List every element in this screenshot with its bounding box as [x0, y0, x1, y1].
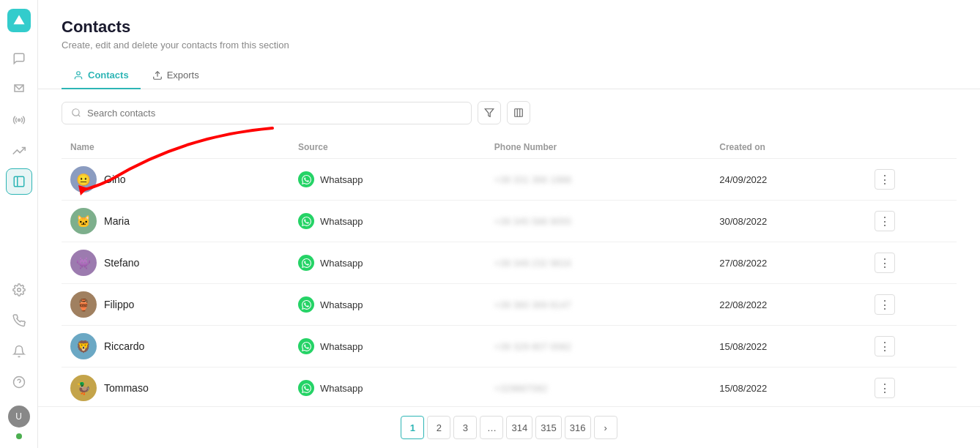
page-btn-3[interactable]: 3 — [453, 416, 477, 439]
contact-phone-cell: +329887082 — [486, 367, 710, 407]
contact-avatar: 👾 — [70, 250, 97, 276]
contact-actions-cell: ⋮ — [866, 326, 957, 367]
columns-button[interactable] — [507, 101, 530, 124]
sidebar-item-notifications[interactable] — [6, 338, 32, 365]
pagination: 123…314315316› — [38, 406, 980, 448]
created-date: 15/08/2022 — [719, 383, 767, 394]
contact-name: Stefano — [104, 257, 139, 269]
created-date: 22/08/2022 — [719, 299, 767, 310]
source-label: Whatsapp — [320, 341, 363, 352]
col-created: Created on — [710, 136, 866, 159]
page-btn-1[interactable]: 1 — [401, 416, 424, 439]
main-content: Contacts Create, edit and delete your co… — [38, 0, 980, 448]
whatsapp-source-icon — [298, 213, 314, 229]
tab-contacts-label: Contacts — [88, 70, 129, 81]
contact-name: Riccardo — [104, 340, 144, 352]
whatsapp-source-icon — [298, 338, 314, 354]
search-icon — [71, 108, 81, 118]
search-input[interactable] — [87, 108, 462, 119]
row-actions-button[interactable]: ⋮ — [875, 378, 895, 398]
created-date: 24/09/2022 — [719, 174, 767, 185]
row-actions-button[interactable]: ⋮ — [875, 294, 895, 315]
tab-exports[interactable]: Exports — [141, 62, 211, 89]
svg-point-8 — [73, 109, 79, 116]
table-row: 🦁 Riccardo Whatsapp +39 329 807 0082 15/… — [62, 326, 957, 367]
col-actions — [866, 136, 957, 159]
source-label: Whatsapp — [320, 174, 363, 185]
contact-actions-cell: ⋮ — [866, 201, 957, 242]
page-btn-2[interactable]: 2 — [427, 416, 450, 439]
contact-name-cell: 🐱 Maria — [62, 201, 289, 242]
columns-icon — [513, 108, 524, 118]
contact-phone-cell: +39 345 588 9055 — [486, 201, 710, 242]
contact-created-cell: 30/08/2022 — [710, 201, 866, 242]
contact-source-cell: Whatsapp — [289, 284, 486, 326]
contact-source-cell: Whatsapp — [289, 367, 486, 407]
whatsapp-source-icon — [298, 380, 314, 396]
contact-avatar: 🦁 — [70, 333, 97, 359]
tabs: Contacts Exports — [38, 62, 980, 89]
source-label: Whatsapp — [320, 216, 363, 227]
source-label: Whatsapp — [320, 383, 363, 394]
online-indicator — [16, 433, 22, 439]
app-logo[interactable] — [7, 9, 31, 32]
filter-icon — [484, 108, 494, 118]
phone-number: +39 345 588 9055 — [494, 216, 571, 227]
export-icon — [152, 70, 163, 81]
filter-button[interactable] — [478, 101, 501, 124]
svg-marker-10 — [485, 109, 494, 117]
svg-rect-11 — [515, 109, 523, 117]
row-actions-button[interactable]: ⋮ — [875, 336, 895, 356]
sidebar-item-chat[interactable] — [6, 45, 32, 72]
row-actions-button[interactable]: ⋮ — [875, 211, 895, 231]
contact-phone-cell: +39 349 232 9816 — [486, 242, 710, 284]
contact-created-cell: 24/09/2022 — [710, 159, 866, 201]
sidebar-item-broadcast[interactable] — [6, 107, 32, 133]
contact-name-cell: 🦆 Tommaso — [62, 367, 289, 407]
contact-actions-cell: ⋮ — [866, 159, 957, 201]
whatsapp-source-icon — [298, 255, 314, 271]
page-btn-…[interactable]: … — [480, 416, 503, 439]
sidebar-item-settings[interactable] — [6, 277, 32, 303]
contact-actions-cell: ⋮ — [866, 284, 957, 326]
pagination-next-button[interactable]: › — [594, 416, 617, 439]
svg-point-0 — [18, 119, 20, 122]
svg-rect-1 — [14, 176, 24, 187]
contact-name-cell: 👾 Stefano — [62, 242, 289, 284]
sidebar-item-analytics[interactable] — [6, 138, 32, 164]
page-btn-315[interactable]: 315 — [535, 416, 562, 439]
search-box[interactable] — [62, 102, 472, 124]
contact-name-cell: 🏺 Filippo — [62, 284, 289, 326]
contact-actions-cell: ⋮ — [866, 367, 957, 407]
svg-point-6 — [77, 71, 81, 75]
tab-contacts[interactable]: Contacts — [62, 62, 141, 89]
contact-name-cell: 🦁 Riccardo — [62, 326, 289, 367]
sidebar-item-help[interactable] — [6, 369, 32, 395]
contact-created-cell: 15/08/2022 — [710, 367, 866, 407]
phone-number: +329887082 — [494, 383, 548, 394]
page-btn-314[interactable]: 314 — [506, 416, 532, 439]
contact-name: Maria — [104, 215, 130, 227]
table-row: 🏺 Filippo Whatsapp +39 360 369 8147 22/0… — [62, 284, 957, 326]
contact-created-cell: 22/08/2022 — [710, 284, 866, 326]
page-btn-316[interactable]: 316 — [565, 416, 591, 439]
created-date: 30/08/2022 — [719, 216, 767, 227]
toolbar — [38, 89, 980, 136]
row-actions-button[interactable]: ⋮ — [875, 253, 895, 273]
contact-name: Filippo — [104, 299, 134, 310]
col-phone: Phone Number — [486, 136, 710, 159]
row-actions-button[interactable]: ⋮ — [875, 169, 895, 190]
source-label: Whatsapp — [320, 258, 363, 269]
sidebar-item-whatsapp[interactable] — [6, 307, 32, 334]
contact-actions-cell: ⋮ — [866, 242, 957, 284]
user-avatar[interactable]: U — [8, 406, 30, 428]
page-title: Contacts — [62, 18, 957, 37]
svg-point-3 — [17, 288, 21, 292]
sidebar-item-messages[interactable] — [6, 76, 32, 102]
contact-name: Tommaso — [104, 382, 149, 394]
person-icon — [73, 70, 83, 81]
sidebar-item-contacts[interactable] — [6, 168, 32, 195]
phone-number: +39 349 232 9816 — [494, 258, 571, 269]
contact-source-cell: Whatsapp — [289, 159, 486, 201]
contact-phone-cell: +39 331 366 1988 — [486, 159, 710, 201]
